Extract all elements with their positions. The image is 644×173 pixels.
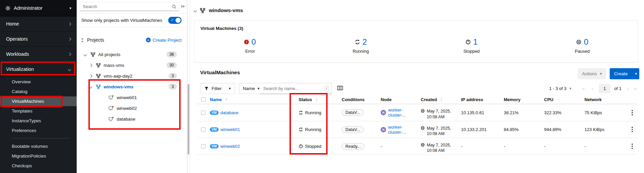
column-header-node: Node — [379, 97, 419, 102]
table-header: Name ↑ Status Conditions Node Created IP… — [198, 95, 638, 104]
caret-down-icon: ▾ — [600, 72, 602, 76]
sidebar-item-home[interactable]: Home — [0, 16, 77, 32]
tree-item-winweb01[interactable]: winweb01 — [77, 92, 187, 103]
sidebar-item-overview[interactable]: Overview — [0, 77, 77, 87]
sort-icon[interactable] — [81, 38, 84, 42]
chevron-down-icon — [89, 85, 92, 88]
summary-card-title: Virtual Machines (3) — [200, 26, 243, 31]
project-heading[interactable]: windows-vms — [194, 7, 243, 13]
vm-kind-badge: VM — [210, 144, 219, 148]
sidebar-item-label: Virtualization — [6, 67, 34, 72]
stat-stopped[interactable]: 1 Stopped — [416, 38, 527, 54]
vm-status-stats: ! 0 Error 2 Running — [195, 38, 638, 54]
project-icon — [91, 52, 95, 57]
stat-paused[interactable]: 0 Paused — [527, 38, 638, 54]
condition-pill[interactable]: DataV... — [342, 126, 364, 133]
sidebar-item-bootable-volumes[interactable]: Bootable volumes — [0, 141, 77, 151]
table-row: VM winweb02 Stopped Ready... - May 7, 20… — [198, 138, 638, 155]
caret-down-icon[interactable]: ▾ — [569, 87, 571, 90]
globe-icon — [421, 126, 425, 130]
prev-page-button[interactable]: ‹ — [592, 86, 593, 91]
vm-name-link[interactable]: database — [221, 110, 239, 115]
column-header-status[interactable]: Status — [297, 97, 340, 102]
sidebar-item-checkups[interactable]: Checkups — [0, 161, 77, 171]
tree-item-all-projects[interactable]: All projects 36 — [77, 49, 187, 60]
vm-icon-running — [109, 95, 114, 100]
perspective-switcher[interactable]: Administrator ▾ — [0, 0, 77, 16]
globe-icon — [421, 143, 425, 147]
name-search-input[interactable] — [260, 86, 325, 91]
search-icon[interactable] — [169, 4, 179, 9]
project-search-input[interactable] — [80, 4, 169, 9]
collapse-panel-icon[interactable] — [181, 4, 186, 10]
sidebar-item-virtualmachines[interactable]: VirtualMachines — [0, 96, 77, 106]
manage-columns-icon[interactable] — [337, 86, 343, 92]
memory-usage: - — [504, 144, 505, 149]
tree-item-windows-vms[interactable]: windows-vms 3 — [77, 81, 187, 92]
actions-button[interactable]: Actions ▾ — [578, 68, 606, 79]
created-timestamp: May 7, 2025, 10:08 AM — [427, 142, 451, 154]
node-link[interactable]: worker-cluster-... — [388, 125, 419, 135]
row-checkbox[interactable] — [201, 127, 205, 132]
sidebar-item-preferences[interactable]: Preferences — [0, 126, 77, 135]
project-icon — [96, 74, 101, 78]
next-page-button[interactable]: › — [627, 86, 629, 91]
filter-dropdown[interactable]: Filter ▾ — [200, 83, 235, 94]
row-checkbox[interactable] — [201, 144, 205, 148]
vm-name-link[interactable]: winweb02 — [221, 144, 240, 149]
stat-error[interactable]: ! 0 Error — [195, 38, 305, 54]
kebab-menu-icon[interactable] — [626, 110, 638, 116]
column-header-created[interactable]: Created — [419, 97, 460, 102]
sidebar-item-migrationpolicies[interactable]: MigrationPolicies — [0, 151, 77, 161]
tree-item-vms-aap-day2[interactable]: vms-aap-day2 3 — [77, 71, 187, 81]
tree-item-winweb02[interactable]: winweb02 — [77, 103, 187, 114]
vm-summary-card: Virtual Machines (3) ! 0 Error 2 Running — [194, 20, 638, 62]
column-header-cpu: CPU — [543, 97, 583, 102]
power-off-icon — [465, 39, 471, 45]
tree-item-database[interactable]: database — [77, 114, 187, 124]
sidebar-item-workloads[interactable]: Workloads — [0, 47, 77, 62]
panel-scrollbar[interactable] — [188, 84, 189, 155]
condition-pill[interactable]: DataV... — [342, 109, 364, 116]
globe-icon — [421, 109, 425, 113]
name-filter-dropdown[interactable]: Name ▾ — [239, 83, 260, 94]
pagination-range: 1 - 3 of 3 — [549, 86, 566, 91]
row-checkbox[interactable] — [201, 111, 205, 115]
select-all-checkbox[interactable] — [201, 97, 205, 102]
vm-name-link[interactable]: winweb01 — [221, 127, 240, 132]
cpu-usage: 944.89% — [544, 127, 561, 132]
pause-icon — [576, 39, 581, 45]
last-page-button[interactable]: » — [634, 86, 637, 91]
stat-running[interactable]: 2 Running — [305, 38, 416, 54]
column-header-conditions: Conditions — [340, 97, 379, 102]
node-kind-badge: N — [381, 127, 386, 132]
chevron-down-icon — [194, 9, 197, 12]
vm-icon-running — [109, 117, 114, 121]
created-timestamp: May 7, 2025, 10:08 AM — [427, 126, 451, 137]
node-link[interactable]: worker-cluster-... — [388, 107, 419, 118]
create-button[interactable]: Create ▾ — [610, 68, 639, 79]
kebab-menu-icon[interactable] — [626, 143, 638, 149]
node-empty: - — [381, 144, 382, 149]
current-page-box[interactable]: 1 — [599, 84, 610, 93]
sidebar-item-templates[interactable]: Templates — [0, 106, 77, 116]
column-header-name[interactable]: Name ↑ — [209, 97, 297, 102]
condition-pill[interactable]: Ready... — [342, 143, 365, 150]
subnav-divider — [12, 138, 71, 138]
sidebar-item-virtualization[interactable]: Virtualization — [0, 62, 77, 77]
tree-item-mass-vms[interactable]: mass-vms 30 — [77, 60, 187, 71]
project-count-badge: 36 — [166, 51, 177, 57]
kebab-menu-icon[interactable] — [626, 127, 638, 132]
vm-table: Name ↑ Status Conditions Node Created IP… — [198, 95, 638, 155]
sidebar-item-operators[interactable]: Operators — [0, 32, 77, 47]
first-page-button[interactable]: « — [582, 86, 585, 91]
create-project-link[interactable]: + Create Project — [146, 38, 182, 43]
vm-status: Running — [305, 110, 321, 115]
sidebar-item-instancetypes[interactable]: InstanceTypes — [0, 116, 77, 126]
cpu-usage: - — [544, 144, 545, 149]
vm-status: Stopped — [305, 144, 321, 149]
sidebar-item-catalog[interactable]: Catalog — [0, 87, 77, 96]
slash-shortcut-key: / — [325, 85, 329, 92]
table-row: VM database Running DataV... N worker-cl… — [198, 104, 638, 121]
vm-filter-toggle[interactable]: ✓ — [168, 17, 182, 24]
